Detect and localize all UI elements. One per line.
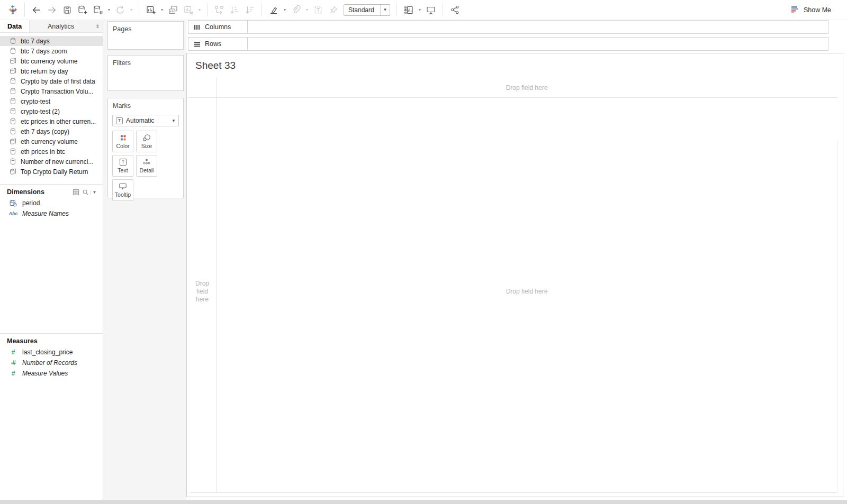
show-me-button[interactable]: Show Me	[787, 4, 835, 16]
marks-card: Marks T Automatic ▼ Color	[107, 98, 184, 198]
field-number-of-records[interactable]: =# Number of Records	[0, 358, 103, 368]
data-source-item[interactable]: btc 7 days	[0, 36, 103, 46]
data-source-item[interactable]: btc 7 days zoom	[0, 46, 103, 56]
field-label: Measure Names	[22, 210, 69, 217]
sort-ascending-icon	[229, 5, 240, 15]
group-members-caret[interactable]: ▾	[304, 3, 310, 17]
field-period[interactable]: period	[0, 198, 103, 208]
size-icon	[142, 134, 151, 142]
columns-shelf-label: Columns	[188, 21, 248, 33]
find-field-icon[interactable]	[80, 189, 90, 196]
sort-descending-button[interactable]	[242, 3, 257, 17]
clear-sheet-caret[interactable]: ▾	[196, 3, 203, 17]
pane-sort-icon[interactable]: ⇕	[92, 20, 103, 32]
toolbar-separator	[24, 3, 25, 16]
data-source-item[interactable]: Number of new currenci...	[0, 157, 103, 167]
sheet-canvas[interactable]: Sheet 33 Drop field here Drop field here…	[186, 53, 843, 497]
data-source-item[interactable]: eth currency volume	[0, 136, 103, 146]
rows-shelf: Rows	[188, 37, 828, 51]
data-source-item[interactable]: Crypto Transaction Volu...	[0, 86, 103, 96]
show-mark-labels-button[interactable]	[311, 3, 326, 17]
new-worksheet-button[interactable]	[143, 3, 158, 17]
clear-sheet-button[interactable]	[181, 3, 196, 17]
fit-selector-dropdown[interactable]: Standard ▼	[344, 4, 390, 16]
save-button[interactable]	[60, 3, 75, 17]
data-source-list: btc 7 days btc 7	[0, 36, 103, 177]
drop-field-top[interactable]: Drop field here	[216, 84, 837, 91]
size-button[interactable]: Size	[136, 131, 157, 152]
datasource-icon	[9, 78, 16, 85]
data-source-label: eth prices in btc	[21, 148, 65, 155]
data-source-item[interactable]: eth 7 days (copy)	[0, 126, 103, 136]
data-source-item[interactable]: crypto-test (2)	[0, 106, 103, 116]
run-update-button[interactable]	[113, 3, 128, 17]
data-source-item[interactable]: Crypto by date of first data	[0, 76, 103, 86]
field-measure-values[interactable]: # Measure Values	[0, 368, 103, 379]
share-workbook-button[interactable]	[447, 3, 462, 17]
data-source-label: eth 7 days (copy)	[21, 128, 69, 135]
fix-axes-button[interactable]	[326, 3, 341, 17]
data-source-item[interactable]: Top Crypto Daily Return	[0, 167, 103, 177]
datasource-icon	[9, 68, 16, 75]
canvas-gridline-vertical	[216, 78, 217, 492]
run-update-icon	[115, 5, 125, 15]
run-update-caret[interactable]: ▾	[128, 3, 134, 17]
tab-analytics[interactable]: Analytics	[29, 20, 92, 32]
measures-header: Measures	[0, 334, 103, 347]
duplicate-sheet-button[interactable]	[166, 3, 181, 17]
text-icon	[119, 158, 127, 166]
pause-auto-updates-button[interactable]	[91, 3, 105, 17]
measures-title: Measures	[7, 337, 98, 345]
data-source-item[interactable]: btc return by day	[0, 66, 103, 76]
toolbar-separator	[207, 3, 208, 16]
drop-field-center[interactable]: Drop field here	[216, 288, 837, 295]
dimensions-menu-caret[interactable]: ▼	[90, 190, 98, 195]
columns-icon	[194, 24, 201, 31]
abc-field-icon: Abc	[9, 211, 17, 216]
datasource-icon	[9, 58, 16, 65]
mark-type-dropdown[interactable]: T Automatic ▼	[112, 115, 179, 126]
datasource-icon	[9, 128, 16, 135]
field-measure-names[interactable]: Abc Measure Names	[0, 208, 103, 219]
text-button[interactable]: Text	[112, 155, 133, 177]
new-worksheet-caret[interactable]: ▾	[159, 3, 165, 17]
detail-icon	[142, 158, 151, 166]
new-data-source-button[interactable]	[75, 3, 90, 17]
datasource-icon	[9, 138, 16, 145]
columns-shelf: Columns	[188, 20, 828, 34]
mark-type-caret[interactable]: ▼	[169, 118, 178, 123]
sort-ascending-button[interactable]	[227, 3, 242, 17]
drop-field-left[interactable]: Drop field here	[190, 280, 214, 304]
data-source-label: crypto-test (2)	[21, 108, 60, 115]
data-source-item[interactable]: eth prices in btc	[0, 146, 103, 157]
datasource-icon	[9, 108, 16, 115]
view-data-grid-icon[interactable]	[71, 189, 80, 196]
redo-button[interactable]	[44, 3, 59, 17]
tableau-logo-button[interactable]	[5, 3, 20, 17]
rows-shelf-drop-area[interactable]	[248, 38, 828, 50]
detail-button[interactable]: Detail	[136, 155, 157, 177]
pages-shelf[interactable]: Pages	[107, 21, 184, 50]
presentation-mode-button[interactable]	[424, 3, 438, 17]
group-members-button[interactable]	[289, 3, 303, 17]
datasource-icon	[9, 168, 16, 176]
tab-data[interactable]: Data	[0, 20, 29, 32]
highlight-button[interactable]	[266, 3, 281, 17]
data-source-item[interactable]: etc prices in other curren...	[0, 116, 103, 126]
tooltip-button[interactable]: Tooltip	[112, 179, 133, 201]
field-last-closing-price[interactable]: # last_closing_price	[0, 347, 103, 358]
show-hide-cards-button[interactable]	[401, 3, 416, 17]
show-hide-cards-caret[interactable]: ▾	[417, 3, 423, 17]
columns-shelf-drop-area[interactable]	[248, 21, 828, 33]
swap-rows-columns-button[interactable]	[212, 3, 227, 17]
color-button[interactable]: Color	[112, 131, 133, 152]
datasource-icon	[9, 38, 16, 45]
fit-selector-caret[interactable]: ▼	[380, 5, 390, 15]
highlight-caret[interactable]: ▾	[282, 3, 288, 17]
data-source-item[interactable]: btc currency volume	[0, 56, 103, 66]
pause-auto-updates-caret[interactable]: ▾	[106, 3, 112, 17]
data-source-item[interactable]: crypto-test	[0, 96, 103, 106]
clear-sheet-icon	[183, 5, 194, 15]
undo-button[interactable]	[29, 3, 44, 17]
filters-shelf[interactable]: Filters	[107, 55, 184, 91]
